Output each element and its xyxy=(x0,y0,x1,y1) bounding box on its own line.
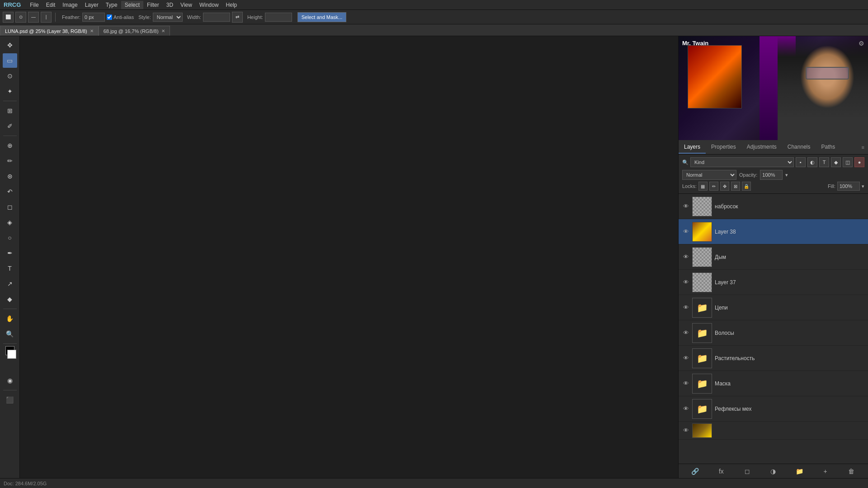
layer-item-rastit[interactable]: 👁 📁 Растительность xyxy=(679,346,868,371)
menu-help[interactable]: Help xyxy=(222,1,241,9)
tool-dodge[interactable]: ○ xyxy=(3,230,17,245)
panel-tab-paths[interactable]: Paths xyxy=(816,141,840,154)
toolbar-marquee-single-row[interactable]: — xyxy=(28,12,39,23)
tool-magic-wand[interactable]: ✦ xyxy=(3,84,17,99)
layer-mask-btn[interactable]: ◻ xyxy=(742,466,752,476)
lock-transparent-btn[interactable]: ▦ xyxy=(698,182,708,191)
menu-image[interactable]: Image xyxy=(59,1,81,9)
layer-visibility-dim[interactable]: 👁 xyxy=(682,253,689,261)
layer-visibility-refleks[interactable]: 👁 xyxy=(682,405,689,413)
tool-gradient[interactable]: ◈ xyxy=(3,215,17,230)
tab-luna[interactable]: LUNA.psd @ 25% (Layer 38, RGB/8) ✕ xyxy=(0,26,99,36)
layer-visibility-tsep[interactable]: 👁 xyxy=(682,304,689,311)
tool-heal[interactable]: ⊕ xyxy=(3,138,17,153)
toolbar-marquee-rect[interactable]: ⬜ xyxy=(3,12,14,23)
layer-item-tsep[interactable]: 👁 📁 Цепи xyxy=(679,295,868,320)
tool-move[interactable]: ✥ xyxy=(3,38,17,52)
height-input[interactable] xyxy=(265,13,292,22)
tool-zoom[interactable]: 🔍 xyxy=(3,327,17,341)
layer-name-37: Layer 37 xyxy=(715,279,864,286)
layer-item-37[interactable]: 👁 Layer 37 xyxy=(679,270,868,295)
webcam-settings-icon[interactable]: ⚙ xyxy=(859,40,864,47)
layer-style-btn[interactable]: fx xyxy=(716,466,726,476)
background-color[interactable] xyxy=(7,350,16,359)
lock-position-btn[interactable]: ✥ xyxy=(720,182,729,191)
opacity-chevron[interactable]: ▾ xyxy=(785,172,788,178)
menu-file[interactable]: File xyxy=(26,1,42,9)
layer-visibility-38[interactable]: 👁 xyxy=(682,228,689,235)
panel-tab-properties[interactable]: Properties xyxy=(706,141,741,154)
width-input[interactable] xyxy=(203,13,230,22)
tool-shape[interactable]: ◆ xyxy=(3,292,17,306)
opacity-input[interactable] xyxy=(760,170,783,180)
tool-eraser[interactable]: ◻ xyxy=(3,200,17,214)
layer-link-btn[interactable]: 🔗 xyxy=(690,466,700,476)
layer-item-nabrosok[interactable]: 👁 набросок xyxy=(679,194,868,219)
tool-screen-mode[interactable]: ⬛ xyxy=(3,393,17,407)
fill-chevron[interactable]: ▾ xyxy=(862,183,864,189)
menu-edit[interactable]: Edit xyxy=(42,1,59,9)
menu-select[interactable]: Select xyxy=(121,1,143,9)
anti-alias-checkbox[interactable] xyxy=(107,14,112,20)
swap-dimensions-btn[interactable]: ⇄ xyxy=(232,12,243,23)
toolbar-marquee-ellipse[interactable]: ⊙ xyxy=(15,12,26,23)
feather-input[interactable] xyxy=(82,13,105,22)
layer-group-btn[interactable]: 📁 xyxy=(794,466,804,476)
menu-layer[interactable]: Layer xyxy=(81,1,102,9)
tool-eyedropper[interactable]: ✐ xyxy=(3,119,17,133)
style-select[interactable]: Normal xyxy=(153,13,183,22)
toolbar-marquee-single-col[interactable]: | xyxy=(41,12,52,23)
filter-shape-btn[interactable]: ◆ xyxy=(831,157,841,167)
panel-tab-layers[interactable]: Layers xyxy=(679,141,706,154)
layer-visibility-extra[interactable]: 👁 xyxy=(682,427,689,434)
tool-stamp[interactable]: ⊛ xyxy=(3,169,17,183)
tab-68jpg[interactable]: 68.jpg @ 16,7% (RGB/8) ✕ xyxy=(99,26,170,36)
menu-type[interactable]: Type xyxy=(102,1,121,9)
tool-text[interactable]: T xyxy=(3,261,17,276)
tool-lasso[interactable]: ⊙ xyxy=(3,69,17,83)
tool-crop[interactable]: ⊞ xyxy=(3,103,17,118)
panel-menu-btn[interactable]: ≡ xyxy=(858,143,868,152)
layer-item-maska[interactable]: 👁 📁 Маска xyxy=(679,371,868,396)
layer-item-volosy[interactable]: 👁 📁 Волосы xyxy=(679,320,868,346)
filter-adjust-btn[interactable]: ◐ xyxy=(807,157,817,167)
layer-visibility-nabrosok[interactable]: 👁 xyxy=(682,203,689,210)
select-mask-button[interactable]: Select and Mask... xyxy=(297,12,347,22)
filter-smartobj-btn[interactable]: ◫ xyxy=(843,157,853,167)
filter-type-btn[interactable]: T xyxy=(819,157,829,167)
fill-input[interactable] xyxy=(837,182,860,191)
lock-paint-btn[interactable]: ✏ xyxy=(709,182,718,191)
tool-marquee[interactable]: ▭ xyxy=(3,53,17,68)
blend-mode-select[interactable]: Normal xyxy=(682,170,736,180)
tool-path-select[interactable]: ↗ xyxy=(3,277,17,291)
menu-filter[interactable]: Filter xyxy=(143,1,163,9)
layer-delete-btn[interactable]: 🗑 xyxy=(846,466,856,476)
tab-luna-close[interactable]: ✕ xyxy=(90,28,94,33)
tab-68jpg-close[interactable]: ✕ xyxy=(161,28,165,33)
filter-kind-select[interactable]: Kind xyxy=(690,157,794,167)
tool-hand[interactable]: ✋ xyxy=(3,311,17,326)
layer-item-extra[interactable]: 👁 xyxy=(679,422,868,440)
lock-all-btn[interactable]: 🔒 xyxy=(742,182,751,191)
panel-tab-channels[interactable]: Channels xyxy=(782,141,816,154)
tool-quick-mask[interactable]: ◉ xyxy=(3,373,17,388)
layer-item-refleks[interactable]: 👁 📁 Рефлексы мех xyxy=(679,396,868,422)
layer-visibility-volosy[interactable]: 👁 xyxy=(682,329,689,337)
layer-adjust-btn[interactable]: ◑ xyxy=(768,466,778,476)
tool-pen[interactable]: ✒ xyxy=(3,246,17,260)
layer-visibility-rastit[interactable]: 👁 xyxy=(682,355,689,362)
layer-new-btn[interactable]: + xyxy=(821,466,830,476)
menu-window[interactable]: Window xyxy=(196,1,222,9)
panel-tab-adjustments[interactable]: Adjustments xyxy=(741,141,782,154)
layer-visibility-37[interactable]: 👁 xyxy=(682,279,689,286)
tool-history[interactable]: ↶ xyxy=(3,184,17,199)
tool-brush[interactable]: ✏ xyxy=(3,154,17,168)
filter-toggle-btn[interactable]: ● xyxy=(854,157,864,167)
menu-3d[interactable]: 3D xyxy=(163,1,177,9)
layer-item-dim[interactable]: 👁 Дым xyxy=(679,244,868,270)
layer-item-38[interactable]: 👁 Layer 38 xyxy=(679,219,868,244)
layer-visibility-maska[interactable]: 👁 xyxy=(682,380,689,387)
lock-artboard-btn[interactable]: ⊠ xyxy=(731,182,740,191)
filter-pixel-btn[interactable]: ▪ xyxy=(796,157,806,167)
menu-view[interactable]: View xyxy=(177,1,196,9)
